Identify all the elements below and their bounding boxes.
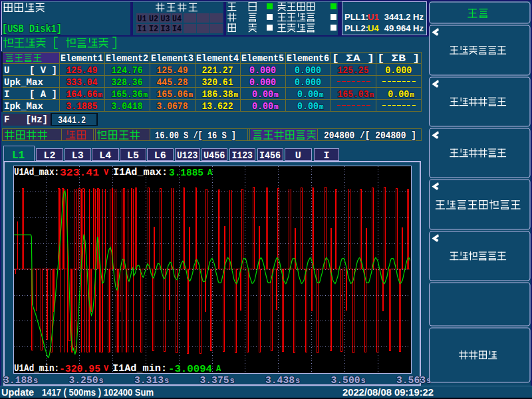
svg-text:m: m <box>274 91 279 99</box>
svg-text:165.03: 165.03 <box>338 89 369 100</box>
svg-text:s: s <box>33 376 38 386</box>
svg-text:125.49: 125.49 <box>157 65 188 76</box>
svg-text:PLL2:: PLL2: <box>344 23 368 33</box>
svg-text:U1Ad_max:: U1Ad_max: <box>14 167 59 178</box>
svg-text:0.000: 0.000 <box>385 65 412 76</box>
svg-text:3.313: 3.313 <box>134 375 164 386</box>
svg-text:I: I <box>324 150 330 162</box>
svg-text:0.000: 0.000 <box>295 77 321 88</box>
svg-text:I: I <box>4 89 9 100</box>
svg-text:221.27: 221.27 <box>202 65 233 76</box>
svg-text:U: U <box>4 65 9 76</box>
svg-text:m: m <box>144 91 148 99</box>
svg-text:0.00: 0.00 <box>252 101 273 112</box>
svg-text:m: m <box>319 91 324 99</box>
svg-text:49.964 Hz: 49.964 Hz <box>384 23 424 33</box>
svg-text:3.438: 3.438 <box>265 375 295 386</box>
svg-text:L2: L2 <box>44 150 56 162</box>
svg-text:Upk_Max: Upk_Max <box>4 77 43 88</box>
svg-text:165.36: 165.36 <box>112 89 143 100</box>
svg-text:[ ΣB ]: [ ΣB ] <box>377 53 420 64</box>
svg-text:L5: L5 <box>127 150 139 162</box>
svg-text:0.00: 0.00 <box>388 89 409 100</box>
svg-text:0.000: 0.000 <box>249 77 276 88</box>
svg-text:A: A <box>216 364 221 374</box>
svg-text:125.25: 125.25 <box>338 65 369 76</box>
svg-text:m: m <box>319 103 324 111</box>
svg-text:0.00: 0.00 <box>297 89 319 100</box>
svg-text:165.06: 165.06 <box>157 89 188 100</box>
svg-text:125.49: 125.49 <box>66 65 98 76</box>
svg-text:3.250: 3.250 <box>69 375 98 386</box>
svg-text:I1: I1 <box>138 25 147 34</box>
svg-text:[ ΣA ]: [ ΣA ] <box>332 53 374 64</box>
svg-text:13.622: 13.622 <box>202 101 233 112</box>
svg-text:s: s <box>295 376 300 386</box>
svg-text:Element2: Element2 <box>106 53 148 64</box>
svg-text:124.76: 124.76 <box>112 65 143 76</box>
svg-text:0.000: 0.000 <box>249 65 276 76</box>
svg-text:328.36: 328.36 <box>112 77 143 88</box>
svg-text:Element6: Element6 <box>287 53 329 64</box>
svg-text:s: s <box>361 376 366 386</box>
svg-text:I123: I123 <box>232 150 253 162</box>
svg-text:L3: L3 <box>72 150 84 162</box>
svg-text:3441.2 Hz: 3441.2 Hz <box>384 12 424 22</box>
svg-text:U4: U4 <box>368 23 379 33</box>
svg-text:0.00: 0.00 <box>252 89 273 100</box>
svg-text:0.00: 0.00 <box>297 101 319 112</box>
svg-text:U: U <box>295 150 301 162</box>
svg-text:m: m <box>274 103 279 111</box>
svg-text:L1: L1 <box>12 150 25 162</box>
svg-text:V: V <box>104 364 109 374</box>
svg-text:s: s <box>99 376 104 386</box>
svg-text:186.38: 186.38 <box>202 89 233 100</box>
svg-text:323.41: 323.41 <box>60 168 99 179</box>
svg-text:-320.95: -320.95 <box>59 364 100 375</box>
svg-text:3.375: 3.375 <box>200 375 229 386</box>
svg-text:V: V <box>104 168 109 178</box>
svg-text:s: s <box>164 376 169 386</box>
svg-text:320.61: 320.61 <box>202 77 233 88</box>
svg-text:3441.2: 3441.2 <box>58 115 86 126</box>
svg-text:PLL1:: PLL1: <box>344 12 368 22</box>
svg-text:0.000: 0.000 <box>295 65 321 76</box>
svg-text:I4: I4 <box>172 25 182 34</box>
svg-text:3.1885: 3.1885 <box>169 168 203 179</box>
svg-text:I456: I456 <box>259 150 281 162</box>
svg-text:U2: U2 <box>149 15 158 24</box>
svg-text:Ipk_Max: Ipk_Max <box>4 101 43 112</box>
svg-text:F: F <box>4 114 9 125</box>
svg-text:Element4: Element4 <box>196 53 239 64</box>
svg-text:[USB Disk1]: [USB Disk1] <box>2 23 62 35</box>
svg-text:m: m <box>370 91 374 99</box>
svg-text:I2: I2 <box>149 25 158 34</box>
svg-text:U1: U1 <box>138 15 147 24</box>
svg-text:Element1: Element1 <box>61 53 103 64</box>
svg-text:m: m <box>98 91 103 99</box>
svg-text:3.188: 3.188 <box>3 375 33 386</box>
svg-text:16.00 S /[ 16 S ]: 16.00 S /[ 16 S ] <box>155 130 236 141</box>
svg-text:m: m <box>189 91 194 99</box>
svg-text:U1: U1 <box>368 12 379 22</box>
svg-text:1417 ( 500ms ) 102400 Sum: 1417 ( 500ms ) 102400 Sum <box>42 387 154 398</box>
svg-text:U4: U4 <box>172 15 182 24</box>
svg-text:I1Ad_max:: I1Ad_max: <box>113 167 168 178</box>
svg-text:333.04: 333.04 <box>66 77 98 88</box>
svg-text:-3.0094: -3.0094 <box>168 364 212 375</box>
svg-text:s: s <box>230 376 235 386</box>
svg-text:I3: I3 <box>161 25 170 34</box>
svg-text:m: m <box>234 91 239 99</box>
svg-text:2022/08/08 09:19:22: 2022/08/08 09:19:22 <box>342 387 434 398</box>
svg-text:U3: U3 <box>161 15 170 24</box>
svg-text:I1Ad_min:: I1Ad_min: <box>112 363 167 374</box>
svg-text:Element5: Element5 <box>241 53 284 64</box>
svg-text:3.0418: 3.0418 <box>112 101 143 112</box>
svg-text:3.1885: 3.1885 <box>66 101 98 112</box>
svg-text:[ A ]: [ A ] <box>29 89 57 100</box>
svg-text:m: m <box>410 91 414 99</box>
svg-text:U123: U123 <box>177 150 198 162</box>
svg-text:A: A <box>207 168 213 178</box>
svg-text:L6: L6 <box>154 150 166 162</box>
svg-text:Element3: Element3 <box>151 53 194 64</box>
